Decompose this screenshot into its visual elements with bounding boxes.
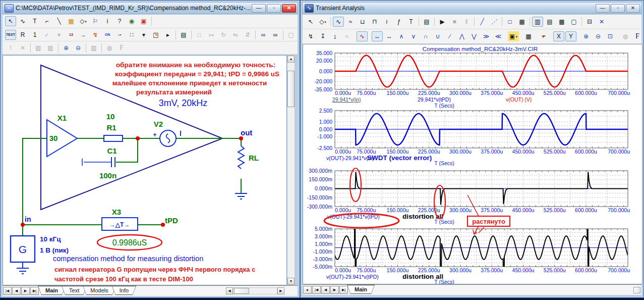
shapes-tool[interactable]: ◇▾	[78, 16, 89, 26]
go-peak[interactable]: ∧	[396, 31, 407, 41]
browser-icon[interactable]: ◉	[126, 16, 137, 26]
show-values[interactable]: R	[17, 30, 28, 40]
x-axis-settings[interactable]: X	[553, 31, 564, 41]
zoom-area-button[interactable]: ⊡	[605, 31, 616, 41]
pause-button[interactable]: ‖	[461, 17, 472, 27]
properties-button[interactable]: ▤	[421, 17, 432, 27]
select-tool[interactable]: ↖	[305, 17, 316, 27]
tab-main[interactable]: Main	[347, 285, 375, 294]
last-page-button[interactable]: ▶|	[339, 286, 348, 294]
remote-view[interactable]: ▢	[285, 30, 297, 40]
schematic-titlebar[interactable]: ⌁ C:\MC9\DATA\Petrov\TEST_(IMD_RIMD_Kr_S…	[2, 2, 298, 14]
power-dissipation[interactable]: ↯	[90, 30, 101, 40]
pin-connections[interactable]: –•	[114, 30, 125, 40]
text-attributes[interactable]: TEXT	[5, 30, 16, 40]
error-icon[interactable]: ▣	[138, 16, 149, 26]
first-page-button[interactable]: |◀	[3, 287, 12, 295]
pattern-dots[interactable]: ▩	[556, 17, 567, 27]
go-global-low[interactable]: ⋁	[469, 31, 480, 41]
analysis-titlebar[interactable]: ∿ Transient Analysis — ▫ ✕	[302, 2, 642, 14]
select-area[interactable]: □	[504, 17, 515, 27]
tab-main[interactable]: Main	[38, 286, 66, 295]
prev-page-button[interactable]: ◀	[321, 286, 330, 294]
grid-area[interactable]: ▦	[516, 17, 528, 27]
grid-toggle[interactable]: ∷	[126, 30, 137, 40]
minimize-button[interactable]: —	[252, 4, 266, 13]
schematic-canvas[interactable]: обратите внимание на необходимую точност…	[3, 55, 287, 285]
first-page-button[interactable]: |◀	[312, 286, 321, 294]
hscroll-thumb[interactable]	[234, 288, 249, 294]
run-button[interactable]: ▶	[437, 17, 448, 27]
cursor-mode[interactable]: ▸	[162, 30, 173, 40]
mirror-h-button[interactable]: ⇋	[230, 30, 241, 40]
function-f-button[interactable]: F	[632, 31, 643, 41]
sphere-button[interactable]: ◍	[104, 43, 115, 53]
analysis-hscroll-thumb[interactable]	[633, 287, 640, 293]
current-direction[interactable]: →	[78, 30, 89, 40]
tab-text[interactable]: Text	[62, 286, 87, 295]
probe-cube[interactable]: ▣▾	[508, 31, 519, 41]
measure-horizontal[interactable]: ≈	[345, 17, 356, 27]
step-box[interactable]: ↦	[206, 30, 217, 40]
axes-tool[interactable]: ✕	[596, 17, 607, 27]
go-top[interactable]: ≫	[481, 31, 492, 41]
go-slope[interactable]: ∕	[444, 31, 455, 41]
zoom-out-button[interactable]: ⊖	[593, 31, 604, 41]
scroll-down-button[interactable]: ▼	[287, 278, 295, 285]
tab-info[interactable]: Info	[112, 286, 136, 295]
prev-page-button[interactable]: ◀	[12, 287, 21, 295]
wp-check[interactable]: ✓	[41, 30, 52, 40]
find-button[interactable]: ∞	[270, 30, 281, 40]
next-page-button[interactable]: ▶	[21, 287, 30, 295]
help-mode-tool[interactable]: ?	[114, 16, 125, 26]
component-finder[interactable]: ▦	[66, 16, 77, 26]
scope-window[interactable]: ∿	[357, 31, 368, 41]
pattern-horizontal[interactable]: ▤	[544, 17, 555, 27]
fourier-mode[interactable]: ƒ	[393, 17, 404, 27]
schematic-vscroll[interactable]: ▲ ▼	[287, 55, 295, 285]
properties-button[interactable]: ▤	[178, 30, 189, 40]
cursor-mode[interactable]: ∿	[333, 17, 344, 27]
plot-pane[interactable]: Compensation method_RC&20kHz-3mV.CIR35.0…	[303, 44, 642, 284]
next-page-button[interactable]: ▶	[330, 286, 339, 294]
probe-down[interactable]: ↧	[317, 31, 328, 41]
minimize-button[interactable]: —	[596, 4, 610, 13]
rotate-button[interactable]: ↻	[218, 30, 229, 40]
ortho-wire-tool[interactable]: ⌐	[41, 16, 52, 26]
info-tool[interactable]: i	[102, 16, 113, 26]
probe-off[interactable]: ≈	[341, 31, 353, 41]
border-toggle[interactable]: ◳	[150, 30, 161, 40]
restore-button[interactable]: ▫	[611, 4, 625, 13]
step-display[interactable]: ⊓	[369, 17, 380, 27]
pin-numbers[interactable]: 13	[66, 30, 77, 40]
hscroll-track[interactable]	[233, 287, 277, 294]
line-tool[interactable]: ╲	[53, 16, 65, 26]
flag-tool[interactable]: ⚐	[90, 16, 101, 26]
split-panes[interactable]: ⊟	[584, 17, 595, 27]
text-tool[interactable]: T	[405, 17, 417, 27]
y-axis-settings[interactable]: Y	[565, 31, 576, 41]
cursor-horizontal[interactable]: ↔	[372, 31, 383, 41]
sphere-button[interactable]: ◍	[620, 31, 631, 41]
pattern-clear[interactable]: ▢	[568, 17, 579, 27]
go-low[interactable]: ∪	[432, 31, 443, 41]
stop-button[interactable]: ■	[449, 17, 460, 27]
go-global-high[interactable]: ⋀	[456, 31, 467, 41]
vscroll-thumb[interactable]	[287, 71, 295, 107]
pattern-vertical[interactable]: ▥	[532, 17, 543, 27]
copy-picture-1[interactable]: ▨	[33, 43, 44, 53]
find-waveform[interactable]: ∞	[258, 30, 269, 40]
wp-dropdown[interactable]: ▾	[53, 30, 65, 40]
grid-dropdown[interactable]: ▾	[138, 30, 149, 40]
copy-picture-2[interactable]: ▨	[45, 43, 56, 53]
function-f-button[interactable]: F	[116, 43, 127, 53]
zoom-in-button[interactable]: ⊕	[580, 31, 592, 41]
clear-point[interactable]: ✕	[17, 43, 28, 53]
probe-vertical[interactable]: ↯	[305, 31, 316, 41]
probe-mode[interactable]: ≀	[381, 17, 392, 27]
last-page-button[interactable]: ▶|	[30, 287, 39, 295]
line-tool[interactable]: ╱	[477, 17, 488, 27]
go-bottom[interactable]: ≪	[493, 31, 504, 41]
close-button[interactable]: ✕	[626, 4, 640, 13]
show-node-numbers[interactable]: 1	[29, 30, 40, 40]
